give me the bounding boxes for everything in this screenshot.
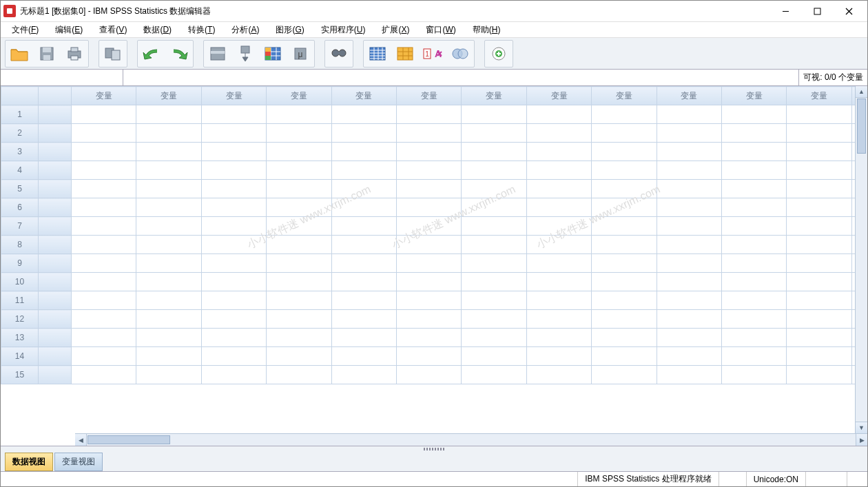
grid-cell[interactable] <box>136 161 201 180</box>
grid-cell[interactable] <box>592 124 657 143</box>
grid-cell[interactable] <box>526 105 591 124</box>
grid-cell[interactable] <box>201 124 266 143</box>
grid-cell[interactable] <box>592 310 657 329</box>
grid-cell[interactable] <box>72 217 136 236</box>
find-button[interactable] <box>325 41 353 67</box>
grid-cell[interactable] <box>722 217 787 236</box>
grid-cell[interactable] <box>657 273 721 291</box>
grid-cell[interactable] <box>657 198 721 217</box>
column-header[interactable]: 变量 <box>201 87 266 105</box>
grid-cell[interactable] <box>657 124 721 143</box>
column-header[interactable]: 变量 <box>722 87 787 105</box>
grid-cell[interactable] <box>722 310 787 329</box>
grid-cell[interactable] <box>526 329 591 347</box>
grid-cell[interactable] <box>201 347 266 366</box>
grid-cell[interactable] <box>462 124 526 143</box>
grid-cell[interactable] <box>722 329 787 347</box>
menu-转换[interactable]: 转换(T) <box>180 23 223 37</box>
menu-实用程序[interactable]: 实用程序(U) <box>313 23 374 37</box>
grid-cell[interactable] <box>592 254 657 273</box>
grid-cell[interactable] <box>526 143 591 161</box>
grid-cell[interactable] <box>462 143 526 161</box>
grid-cell[interactable] <box>201 143 266 161</box>
grid-cell[interactable] <box>462 273 526 291</box>
menu-文件[interactable]: 文件(F) <box>3 23 47 37</box>
split-file-button[interactable] <box>364 41 391 67</box>
row-header[interactable]: 9 <box>1 254 39 273</box>
grid-cell[interactable] <box>136 254 201 273</box>
grid-cell[interactable] <box>526 291 591 310</box>
grid-cell[interactable] <box>201 217 266 236</box>
grid-cell[interactable] <box>331 273 396 291</box>
add-button[interactable] <box>485 41 513 67</box>
column-header[interactable]: 变量 <box>462 87 526 105</box>
grid-cell[interactable] <box>526 347 591 366</box>
grid-cell[interactable] <box>462 198 526 217</box>
grid-cell[interactable] <box>462 347 526 366</box>
menu-查看[interactable]: 查看(V) <box>91 23 135 37</box>
grid-cell[interactable] <box>462 161 526 180</box>
grid-cell[interactable] <box>592 347 657 366</box>
grid-cell[interactable] <box>787 254 852 273</box>
grid-cell[interactable] <box>787 198 852 217</box>
grid-cell[interactable] <box>331 161 396 180</box>
grid-cell[interactable] <box>397 310 462 329</box>
grid-cell[interactable] <box>136 217 201 236</box>
grid-cell[interactable] <box>722 143 787 161</box>
grid-cell[interactable] <box>267 291 331 310</box>
grid-cell[interactable] <box>72 236 136 254</box>
grid-cell[interactable] <box>657 161 721 180</box>
scroll-right-arrow-icon[interactable]: ▶ <box>856 434 867 446</box>
grid-cell[interactable] <box>72 161 136 180</box>
grid-cell[interactable] <box>592 217 657 236</box>
grid-cell[interactable] <box>331 180 396 198</box>
grid-cell[interactable] <box>72 366 136 384</box>
grid-cell[interactable] <box>657 366 721 384</box>
grid-cell[interactable] <box>72 310 136 329</box>
grid-cell[interactable] <box>267 161 331 180</box>
grid-cell[interactable] <box>397 105 462 124</box>
column-header[interactable]: 变量 <box>657 87 721 105</box>
row-header[interactable]: 5 <box>1 180 39 198</box>
grid-cell[interactable] <box>397 273 462 291</box>
grid-cell[interactable] <box>526 124 591 143</box>
grid-cell[interactable] <box>722 347 787 366</box>
grid-cell[interactable] <box>267 143 331 161</box>
grid-cell[interactable] <box>526 310 591 329</box>
grid-cell[interactable] <box>592 366 657 384</box>
grid-cell[interactable] <box>136 347 201 366</box>
vertical-scroll-thumb[interactable] <box>857 99 866 154</box>
grid-cell[interactable] <box>136 273 201 291</box>
grid-cell[interactable] <box>201 329 266 347</box>
grid-cell[interactable] <box>331 198 396 217</box>
grid-cell[interactable] <box>592 291 657 310</box>
column-header[interactable]: 变量 <box>526 87 591 105</box>
grid-cell[interactable] <box>267 180 331 198</box>
grid-cell[interactable] <box>201 310 266 329</box>
grid-cell[interactable] <box>526 180 591 198</box>
grid-cell[interactable] <box>592 329 657 347</box>
grid-cell[interactable] <box>657 329 721 347</box>
tab-data-view[interactable]: 数据视图 <box>5 453 53 471</box>
menu-扩展[interactable]: 扩展(X) <box>373 23 417 37</box>
row-header[interactable]: 15 <box>1 366 39 384</box>
grid-cell[interactable] <box>592 105 657 124</box>
grid-cell[interactable] <box>72 329 136 347</box>
grid-cell[interactable] <box>331 347 396 366</box>
grid-cell[interactable] <box>592 161 657 180</box>
vertical-scrollbar[interactable]: ▲ ▼ <box>855 86 867 433</box>
grid-cell[interactable] <box>787 124 852 143</box>
grid-corner[interactable] <box>1 87 39 105</box>
scroll-up-arrow-icon[interactable]: ▲ <box>856 86 867 98</box>
variables-button[interactable] <box>259 41 287 67</box>
column-header[interactable]: 变量 <box>397 87 462 105</box>
grid-cell[interactable] <box>592 180 657 198</box>
grid-cell[interactable] <box>331 124 396 143</box>
grid-cell[interactable] <box>397 291 462 310</box>
grid-cell[interactable] <box>331 310 396 329</box>
grid-cell[interactable] <box>462 236 526 254</box>
row-header[interactable]: 7 <box>1 217 39 236</box>
cell-value-input[interactable] <box>126 72 796 85</box>
row-header[interactable]: 10 <box>1 273 39 291</box>
grid-cell[interactable] <box>787 310 852 329</box>
